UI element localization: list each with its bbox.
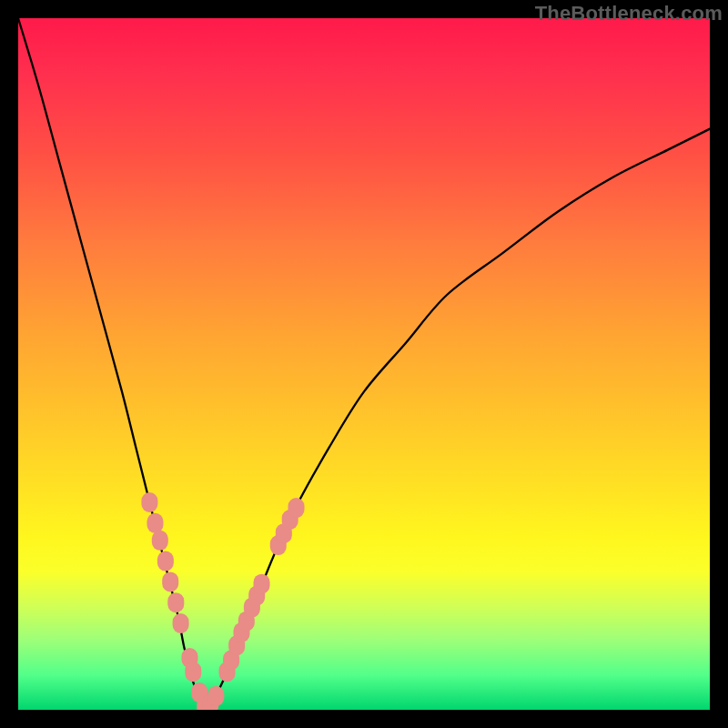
curve-marker bbox=[254, 574, 270, 594]
curve-marker bbox=[173, 613, 189, 633]
curve-marker bbox=[185, 662, 201, 682]
watermark-text: TheBottleneck.com bbox=[535, 2, 723, 25]
curve-marker bbox=[157, 551, 174, 571]
curve-marker bbox=[162, 571, 178, 592]
curve-marker bbox=[147, 513, 163, 533]
curve-marker bbox=[207, 686, 224, 706]
curve-marker bbox=[141, 492, 157, 512]
curve-marker bbox=[167, 592, 184, 612]
curve-markers bbox=[141, 492, 304, 710]
bottleneck-plot bbox=[18, 18, 710, 710]
chart-frame bbox=[18, 18, 710, 710]
bottleneck-curve bbox=[18, 18, 710, 710]
curve-marker bbox=[152, 531, 168, 551]
curve-marker bbox=[288, 498, 305, 518]
